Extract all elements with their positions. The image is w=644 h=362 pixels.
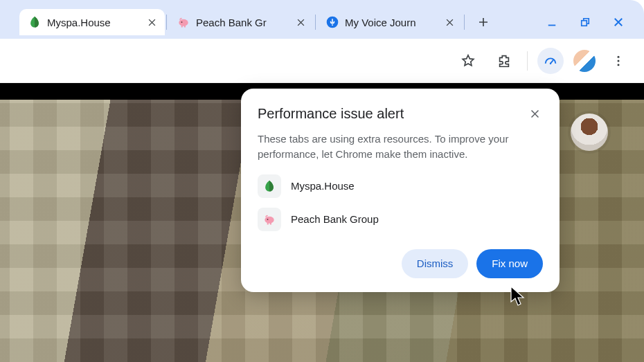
extensions-button[interactable] <box>491 48 517 74</box>
tab-title: My Voice Journ <box>345 17 438 28</box>
piggy-icon <box>177 15 190 29</box>
performance-alert-popup: Performance issue alert These tabs are u… <box>241 89 560 292</box>
close-icon[interactable] <box>443 16 456 28</box>
tab-separator <box>166 15 167 30</box>
svg-point-10 <box>265 216 274 223</box>
kebab-menu-button[interactable] <box>605 48 632 74</box>
new-tab-button[interactable] <box>473 12 494 33</box>
svg-rect-5 <box>582 21 587 26</box>
popup-title: Performance issue alert <box>258 106 404 122</box>
video-call-avatar[interactable] <box>571 114 608 151</box>
dismiss-button[interactable]: Dismiss <box>402 249 469 278</box>
piggy-icon <box>258 208 281 231</box>
svg-rect-3 <box>184 26 186 28</box>
close-window-button[interactable] <box>611 15 626 30</box>
svg-rect-12 <box>267 223 269 225</box>
toolbar <box>0 39 644 83</box>
leaf-icon <box>28 15 42 29</box>
popup-item-myspa: Myspa.House <box>258 174 543 198</box>
voice-icon <box>325 15 339 29</box>
svg-point-1 <box>181 21 183 23</box>
bookmark-star-button[interactable] <box>455 48 481 74</box>
svg-point-7 <box>618 55 620 57</box>
window-controls <box>544 15 644 30</box>
tab-strip: Myspa.House Peach Bank Gr My Voice Journ <box>0 0 644 39</box>
tab-separator <box>315 15 316 30</box>
svg-point-6 <box>550 62 551 64</box>
tab-separator <box>464 15 465 30</box>
svg-rect-2 <box>181 26 183 28</box>
toolbar-separator <box>527 51 528 71</box>
tab-title: Peach Bank Gr <box>196 17 289 28</box>
profile-avatar[interactable] <box>573 50 596 72</box>
performance-speedometer-button[interactable] <box>537 48 564 74</box>
leaf-icon <box>258 174 281 198</box>
popup-close-button[interactable] <box>526 105 543 122</box>
svg-point-0 <box>179 19 188 26</box>
popup-description: These tabs are using extra resources. To… <box>258 132 543 162</box>
svg-point-11 <box>267 219 269 220</box>
popup-item-label: Myspa.House <box>291 180 355 192</box>
popup-item-peach-bank: Peach Bank Group <box>258 208 543 231</box>
minimize-button[interactable] <box>544 15 560 30</box>
fix-now-button[interactable]: Fix now <box>476 249 543 278</box>
svg-point-9 <box>618 64 620 66</box>
svg-rect-13 <box>270 223 271 225</box>
tab-peach-bank[interactable]: Peach Bank Gr <box>168 9 314 35</box>
popup-item-label: Peach Bank Group <box>291 213 379 225</box>
tab-myspa-house[interactable]: Myspa.House <box>19 9 165 35</box>
close-icon[interactable] <box>294 16 307 28</box>
tab-voice-journal[interactable]: My Voice Journ <box>317 9 463 35</box>
tab-title: Myspa.House <box>47 17 140 28</box>
popup-tab-list: Myspa.House Peach Bank Group <box>258 174 543 231</box>
svg-point-8 <box>618 60 620 62</box>
restore-button[interactable] <box>578 15 593 30</box>
close-icon[interactable] <box>145 16 158 28</box>
